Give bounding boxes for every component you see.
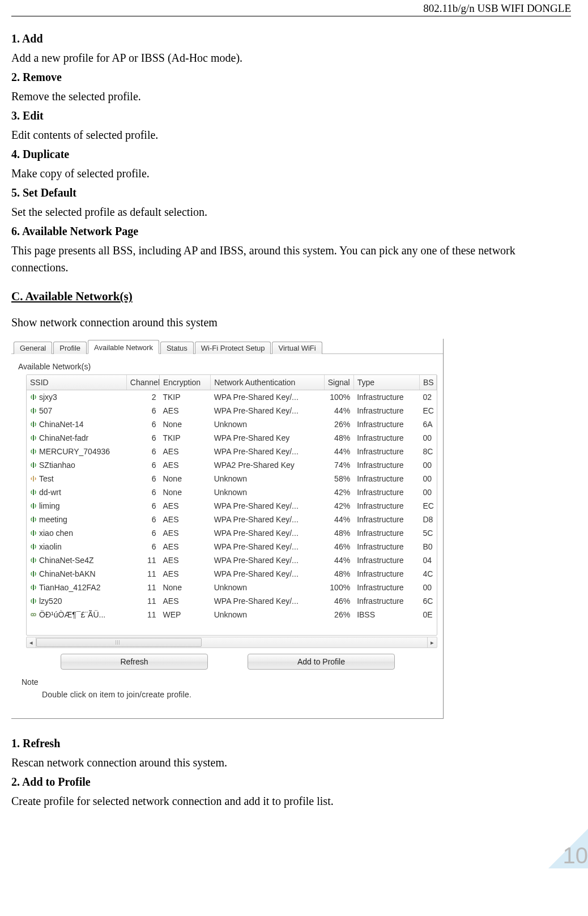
refresh-button[interactable]: Refresh: [61, 654, 208, 670]
table-cell: 6: [126, 499, 159, 513]
table-row[interactable]: MERCURY_7049366AESWPA Pre-Shared Key/...…: [27, 445, 437, 458]
table-cell: 100%: [324, 390, 353, 404]
table-cell: WPA2 Pre-Shared Key: [211, 458, 324, 472]
definition-text: Add a new profile for AP or IBSS (Ad-Hoc…: [11, 49, 571, 66]
ssid-text: xiaolin: [39, 542, 62, 551]
table-cell: Infrastructure: [353, 485, 419, 499]
table-cell: 00: [419, 581, 436, 594]
network-table[interactable]: SSIDChannelEncryptionNetwork Authenticat…: [27, 375, 437, 635]
table-row[interactable]: TianHao_412FA211NoneUnknown100%Infrastru…: [27, 581, 437, 594]
column-header[interactable]: Signal: [324, 375, 353, 390]
ibss-network-icon: [30, 611, 37, 618]
wifi-network-icon: [30, 516, 37, 523]
table-row[interactable]: xiao chen6AESWPA Pre-Shared Key/...48%In…: [27, 526, 437, 540]
table-cell: 26%: [324, 417, 353, 431]
column-header[interactable]: SSID: [27, 375, 126, 390]
table-cell: Unknown: [211, 608, 324, 621]
wifi-network-icon: [30, 475, 37, 482]
table-row[interactable]: Test6NoneUnknown58%Infrastructure00: [27, 472, 437, 485]
table-row[interactable]: ChinaNet-Se4Z11AESWPA Pre-Shared Key/...…: [27, 553, 437, 567]
definition-text: Edit contents of selected profile.: [11, 126, 571, 143]
table-cell: Infrastructure: [353, 581, 419, 594]
definition-text: Remove the selected profile.: [11, 88, 571, 105]
table-cell: IBSS: [353, 608, 419, 621]
table-row[interactable]: SZtianhao6AESWPA2 Pre-Shared Key74%Infra…: [27, 458, 437, 472]
table-row[interactable]: 5076AESWPA Pre-Shared Key/...44%Infrastr…: [27, 404, 437, 417]
table-row[interactable]: meeting6AESWPA Pre-Shared Key/...44%Infr…: [27, 513, 437, 526]
wifi-network-icon: [30, 462, 37, 468]
ssid-text: ChinaNet-fadr: [39, 433, 88, 442]
table-cell: 11: [126, 553, 159, 567]
table-cell: AES: [159, 458, 210, 472]
note-text: Double click on item to join/create prof…: [22, 687, 437, 712]
table-row[interactable]: ChinaNet-bAKN11AESWPA Pre-Shared Key/...…: [27, 567, 437, 581]
table-cell: AES: [159, 513, 210, 526]
svg-rect-6: [33, 476, 34, 482]
column-header[interactable]: Channel: [126, 375, 159, 390]
table-cell: 6: [126, 540, 159, 553]
ssid-text: ÖÐ¹úÒÆ¶¯£¨ÃÜ...: [39, 610, 105, 619]
table-cell: TKIP: [159, 390, 210, 404]
tab-virtual-wifi[interactable]: Virtual WiFi: [272, 342, 322, 354]
wifi-network-icon: [30, 394, 37, 401]
tab-available-network[interactable]: Available Network: [88, 340, 159, 354]
svg-rect-11: [33, 544, 34, 549]
table-row[interactable]: sjxy32TKIPWPA Pre-Shared Key/...100%Infr…: [27, 390, 437, 404]
table-row[interactable]: ÖÐ¹úÒÆ¶¯£¨ÃÜ...11WEPUnknown26%IBSS0E: [27, 608, 437, 621]
table-row[interactable]: lzy52011AESWPA Pre-Shared Key/...46%Infr…: [27, 594, 437, 608]
tab-status[interactable]: Status: [160, 342, 194, 354]
table-row[interactable]: xiaolin6AESWPA Pre-Shared Key/...46%Infr…: [27, 540, 437, 553]
table-cell: Infrastructure: [353, 458, 419, 472]
column-header[interactable]: BS: [419, 375, 436, 390]
svg-rect-12: [33, 557, 34, 563]
table-cell: Infrastructure: [353, 404, 419, 417]
table-cell: 00: [419, 485, 436, 499]
column-header[interactable]: Network Authentication: [211, 375, 324, 390]
scroll-track[interactable]: [36, 637, 427, 647]
table-cell: 6: [126, 431, 159, 445]
table-cell: WPA Pre-Shared Key/...: [211, 390, 324, 404]
wifi-network-icon: [30, 407, 37, 414]
tab-profile[interactable]: Profile: [53, 342, 87, 354]
ssid-text: MERCURY_704936: [39, 447, 110, 456]
table-cell: WPA Pre-Shared Key/...: [211, 540, 324, 553]
scroll-right-arrow-icon[interactable]: ▸: [427, 637, 437, 647]
table-cell: EC: [419, 404, 436, 417]
table-cell: WPA Pre-Shared Key: [211, 431, 324, 445]
ssid-text: meeting: [39, 515, 67, 524]
table-cell: 42%: [324, 485, 353, 499]
table-row[interactable]: ChinaNet-146NoneUnknown26%Infrastructure…: [27, 417, 437, 431]
table-cell: WPA Pre-Shared Key/...: [211, 445, 324, 458]
table-row[interactable]: liming6AESWPA Pre-Shared Key/...42%Infra…: [27, 499, 437, 513]
note-label: Note: [22, 678, 437, 687]
table-cell: Infrastructure: [353, 431, 419, 445]
table-cell: 11: [126, 608, 159, 621]
table-row[interactable]: ChinaNet-fadr6TKIPWPA Pre-Shared Key48%I…: [27, 431, 437, 445]
section-c-intro: Show network connection around this syst…: [11, 314, 571, 331]
svg-point-18: [32, 614, 33, 615]
network-table-container: SSIDChannelEncryptionNetwork Authenticat…: [26, 374, 437, 636]
svg-rect-7: [33, 489, 34, 495]
add-to-profile-button[interactable]: Add to Profile: [248, 654, 395, 670]
tab-wi-fi-protect-setup[interactable]: Wi-Fi Protect Setup: [195, 342, 271, 354]
column-header[interactable]: Type: [353, 375, 419, 390]
table-cell: 6: [126, 417, 159, 431]
tab-general[interactable]: General: [14, 342, 52, 354]
wifi-network-icon: [30, 530, 37, 536]
table-cell: 6: [126, 526, 159, 540]
table-cell: 100%: [324, 581, 353, 594]
table-cell: 46%: [324, 594, 353, 608]
table-cell: 74%: [324, 458, 353, 472]
svg-rect-10: [33, 530, 34, 536]
table-cell: WPA Pre-Shared Key/...: [211, 594, 324, 608]
svg-rect-13: [33, 571, 34, 577]
scroll-thumb[interactable]: [36, 638, 202, 647]
ssid-text: ChinaNet-14: [39, 420, 84, 429]
table-row[interactable]: dd-wrt6NoneUnknown42%Infrastructure00: [27, 485, 437, 499]
table-cell: AES: [159, 445, 210, 458]
table-cell: Infrastructure: [353, 594, 419, 608]
column-header[interactable]: Encryption: [159, 375, 210, 390]
scroll-left-arrow-icon[interactable]: ◂: [27, 637, 36, 647]
horizontal-scrollbar[interactable]: ◂ ▸: [26, 637, 437, 648]
table-cell: 44%: [324, 513, 353, 526]
